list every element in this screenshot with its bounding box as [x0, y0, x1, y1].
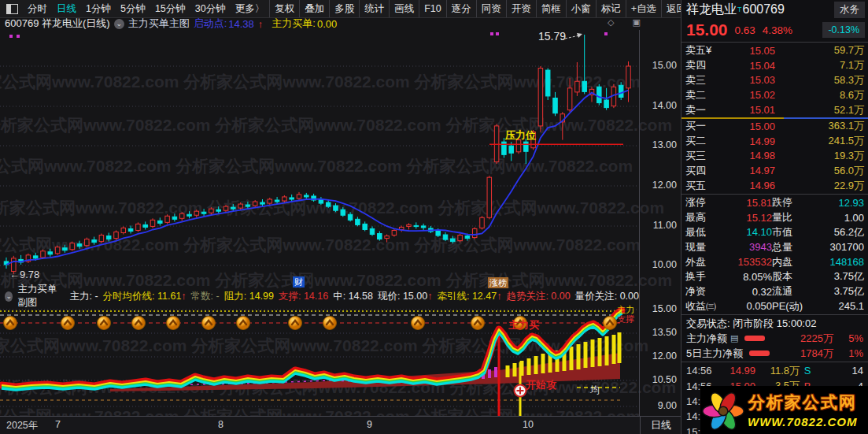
- ask-row[interactable]: 卖一15.0152.1万: [681, 102, 868, 117]
- bell-signal-icon: [323, 317, 337, 330]
- sub-indicator-value: 牵引线: 12.47↑: [437, 290, 501, 303]
- divider: [681, 42, 868, 43]
- price-axis-label: 10.00: [639, 259, 677, 270]
- sub-axis-label: 13.50: [639, 327, 677, 338]
- main-buy-label: 主力买单:: [271, 17, 316, 31]
- quote-title-row: 祥龙电业 T 600769 水务: [681, 0, 868, 19]
- menu-item-标记[interactable]: 标记: [596, 0, 626, 17]
- sub-axis-label: 10.50: [639, 374, 677, 385]
- top-menubar: 分时日线1分钟5分钟15分钟30分钟更多〉 复权叠加多股统计画线F10逐分同资开…: [0, 0, 681, 18]
- bell-signal-icon: [98, 317, 111, 330]
- up-arrow-icon: ↑: [258, 18, 264, 30]
- price-axis-label: 13.00: [639, 139, 677, 150]
- sub-label-average: 均: [590, 384, 600, 397]
- bell-signal-icon: [237, 317, 250, 330]
- menu-item-分时[interactable]: 分时: [23, 0, 52, 17]
- ask-row[interactable]: 卖三15.0358.3万: [681, 73, 868, 88]
- main-buy-value: 0.00: [317, 18, 337, 30]
- bell-signal-icon: [61, 317, 75, 330]
- industry-tag[interactable]: 水务: [834, 2, 865, 18]
- stat-row: 最高15.12量比1.00: [681, 210, 868, 225]
- sub-indicator-chart[interactable]: [0, 303, 639, 416]
- news-marker-finance[interactable]: 财: [293, 276, 305, 287]
- bid-row[interactable]: 买四14.9756.0万: [681, 163, 868, 178]
- symbol-title: 600769 祥龙电业(日线): [5, 17, 110, 31]
- menu-item-多股[interactable]: 多股: [329, 0, 359, 17]
- bid-row[interactable]: 买三14.9819.3万: [681, 149, 868, 164]
- flow-bar: [744, 336, 765, 341]
- margin-flag: T: [737, 6, 742, 13]
- menu-item-更多〉[interactable]: 更多〉: [231, 0, 270, 17]
- menu-item-叠加[interactable]: 叠加: [299, 0, 329, 17]
- sub-indicator-value: 中: 14.58: [333, 290, 373, 303]
- axis-month-label: 8: [218, 419, 223, 430]
- ask-row[interactable]: 卖五¥15.0559.7万: [681, 43, 868, 58]
- menu-item-逐分[interactable]: 逐分: [446, 0, 476, 17]
- sub-indicator-value: 趋势关注: 0.00: [506, 290, 570, 303]
- quote-price-row: 15.00 0.63 4.38% -0.13%: [681, 19, 868, 41]
- main-candle-chart[interactable]: [0, 30, 639, 288]
- tool-menu: 复权叠加多股统计画线F10逐分同资开资简框小窗标记+自选返回: [269, 0, 692, 17]
- menu-item-同资[interactable]: 同资: [476, 0, 506, 17]
- price-change: 0.63: [735, 24, 755, 36]
- bell-signal-icon: [471, 317, 485, 330]
- chart-header: 600769 祥龙电业(日线) ⌄ 主力买单主图 启动点: 14.38 ↑ 主力…: [0, 17, 681, 30]
- menu-item-画线[interactable]: 画线: [389, 0, 419, 17]
- menu-item-F10[interactable]: F10: [419, 0, 446, 17]
- menu-item-小窗[interactable]: 小窗: [566, 0, 596, 17]
- axis-year-label: 2025年: [6, 419, 38, 432]
- divider: [681, 194, 868, 195]
- bell-signal-icon: [289, 317, 302, 330]
- menu-item-日线[interactable]: 日线: [52, 0, 81, 17]
- stock-code: 600769: [743, 2, 785, 17]
- site-logo: 分析家公式网 WWW.70822.COM: [700, 386, 868, 434]
- bell-signal-icon: [132, 317, 146, 330]
- chevron-down-icon[interactable]: ⌄: [114, 19, 124, 29]
- sub-label-main-buy: 主力买: [508, 318, 539, 332]
- ask-row[interactable]: 卖二15.028.6万: [681, 87, 868, 102]
- money-flow-row: 主力净额▤2225万5%: [681, 331, 868, 346]
- sub-indicator-value: 主力: -: [69, 290, 98, 303]
- price-axis-label: 15.00: [639, 60, 677, 71]
- stat-row: 换手8.05%股本3.75亿: [681, 269, 868, 284]
- sub-label-attack-start: 开始攻: [526, 378, 556, 392]
- bid-levels: 买一15.00363.1万买二14.99241.5万买三14.9819.3万买四…: [681, 119, 868, 193]
- menu-item-1分钟[interactable]: 1分钟: [81, 0, 116, 17]
- start-point-label: 启动点:: [194, 17, 227, 31]
- menu-item-15分钟[interactable]: 15分钟: [150, 0, 190, 17]
- bid-row[interactable]: 买二14.99241.5万: [681, 134, 868, 149]
- bell-signal-icon: [412, 317, 425, 330]
- price-axis-label: 14.00: [639, 100, 677, 111]
- sub-chart-header: ⌄ 主力买单副图 主力: -分时均价线: 11.61↑常数: -阻力: 14.9…: [0, 289, 639, 303]
- menu-item-复权[interactable]: 复权: [269, 0, 299, 17]
- menu-item-5分钟[interactable]: 5分钟: [116, 0, 150, 17]
- tick-row[interactable]: 14:5614.9911.8万S14: [681, 363, 868, 378]
- price-change-pct: 4.38%: [763, 24, 792, 36]
- bid-row[interactable]: 买五14.9622.9万: [681, 178, 868, 193]
- chart-corner-icons[interactable]: ◇ ▣: [608, 17, 648, 28]
- stat-row: 现量3943总量301700: [681, 239, 868, 254]
- sub-indicator-name[interactable]: 主力买单副图: [17, 283, 65, 310]
- bell-signal-icon: [202, 317, 216, 330]
- sub-indicator-value: 常数: -: [191, 290, 220, 303]
- menu-item-简框[interactable]: 简框: [536, 0, 566, 17]
- menu-item-30分钟[interactable]: 30分钟: [190, 0, 231, 17]
- menu-item-统计[interactable]: 统计: [359, 0, 389, 17]
- list-icon[interactable]: ▤: [730, 333, 738, 343]
- axis-month-label: 7: [55, 419, 61, 430]
- ask-row[interactable]: 卖四15.047.1万: [681, 58, 868, 73]
- layout-icon[interactable]: [6, 4, 18, 14]
- bid-row[interactable]: 买一15.00363.1万: [681, 119, 868, 134]
- period-menu: 分时日线1分钟5分钟15分钟30分钟更多〉: [0, 0, 269, 17]
- main-indicator-name[interactable]: 主力买单主图: [128, 17, 190, 31]
- news-marker-gainers[interactable]: 涨榜: [488, 277, 508, 288]
- time-axis[interactable]: 2025年 日线 78910: [0, 416, 681, 434]
- low-price-annotation: ←9.78: [9, 269, 39, 280]
- menu-item-+自选[interactable]: +自选: [626, 0, 661, 17]
- chevron-down-icon[interactable]: ⌄: [5, 291, 13, 302]
- stat-row: 外盘153532内盘148168: [681, 254, 868, 269]
- menu-item-开资[interactable]: 开资: [506, 0, 536, 17]
- flower-logo-icon: [700, 388, 746, 433]
- site-url: WWW.70822.COM: [748, 415, 857, 428]
- period-label: 日线: [640, 417, 681, 434]
